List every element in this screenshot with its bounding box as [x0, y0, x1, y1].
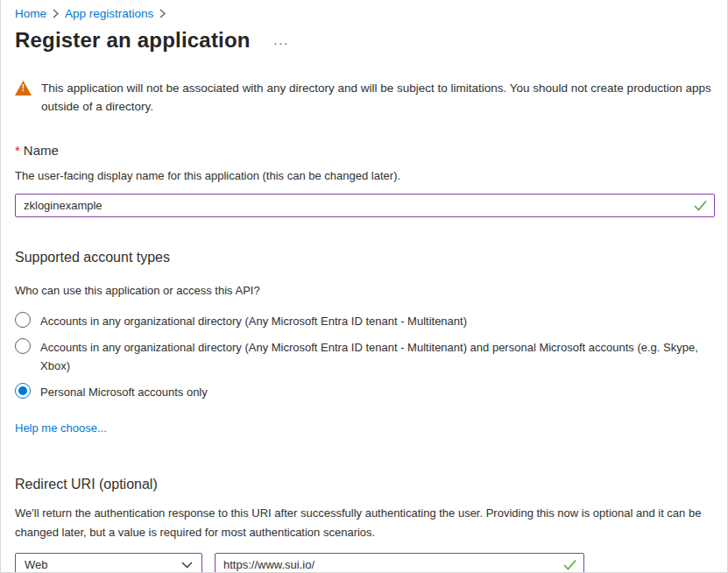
- radio-option-multitenant[interactable]: Accounts in any organizational directory…: [15, 312, 707, 330]
- radio-button-icon-selected[interactable]: [15, 383, 31, 399]
- breadcrumb-chevron-icon: [159, 9, 166, 18]
- name-label-text: Name: [24, 143, 59, 158]
- title-row: Register an application ···: [15, 28, 713, 53]
- name-input-wrap: [15, 194, 715, 217]
- platform-select-value: Web: [25, 558, 48, 571]
- page-title: Register an application: [15, 28, 251, 53]
- breadcrumb-home[interactable]: Home: [15, 7, 46, 20]
- register-application-pane: Home App registrations Register an appli…: [0, 0, 728, 573]
- radio-option-multitenant-personal[interactable]: Accounts in any organizational directory…: [15, 338, 707, 375]
- supported-account-types-heading: Supported account types: [15, 250, 713, 265]
- radio-option-label[interactable]: Accounts in any organizational directory…: [40, 312, 467, 330]
- name-label: *Name: [15, 143, 713, 158]
- redirect-uri-description: We'll return the authentication response…: [15, 504, 720, 542]
- radio-button-icon[interactable]: [15, 312, 31, 328]
- account-types-question: Who can use this application or access t…: [15, 284, 713, 297]
- context-menu-ellipsis-icon[interactable]: ···: [273, 39, 289, 47]
- radio-option-label[interactable]: Personal Microsoft accounts only: [40, 383, 208, 401]
- breadcrumb: Home App registrations: [15, 0, 713, 20]
- redirect-uri-row: Web: [15, 553, 713, 573]
- radio-button-icon[interactable]: [15, 338, 31, 354]
- warning-icon: [15, 81, 32, 96]
- name-description: The user-facing display name for this ap…: [15, 169, 713, 182]
- required-asterisk: *: [15, 143, 20, 158]
- name-input[interactable]: [15, 194, 715, 217]
- redirect-uri-input[interactable]: [215, 553, 584, 573]
- help-me-choose-link[interactable]: Help me choose...: [15, 421, 107, 435]
- platform-select[interactable]: Web: [15, 553, 202, 573]
- chevron-down-icon: [181, 558, 193, 571]
- breadcrumb-chevron-icon: [53, 9, 59, 18]
- warning-banner: This application will not be associated …: [15, 79, 720, 116]
- radio-option-label[interactable]: Accounts in any organizational directory…: [40, 338, 707, 375]
- radio-option-personal-only[interactable]: Personal Microsoft accounts only: [15, 383, 707, 401]
- redirect-uri-input-wrap: [215, 553, 584, 573]
- warning-text: This application will not be associated …: [41, 79, 720, 116]
- breadcrumb-app-registrations[interactable]: App registrations: [65, 7, 153, 20]
- redirect-uri-heading: Redirect URI (optional): [15, 477, 713, 492]
